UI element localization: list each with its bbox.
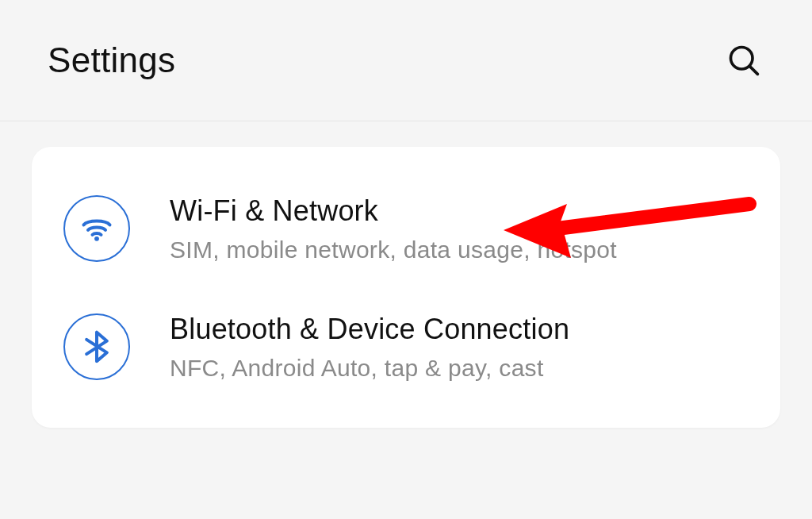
settings-item-text: Wi-Fi & Network SIM, mobile network, dat… <box>170 193 617 263</box>
search-icon <box>726 43 761 78</box>
svg-line-1 <box>749 66 757 74</box>
search-button[interactable] <box>723 40 764 81</box>
bluetooth-icon <box>79 329 114 364</box>
settings-item-subtitle: SIM, mobile network, data usage, hotspot <box>170 236 617 263</box>
settings-item-subtitle: NFC, Android Auto, tap & pay, cast <box>170 355 569 382</box>
settings-card: Wi-Fi & Network SIM, mobile network, dat… <box>32 147 780 428</box>
settings-item-title: Bluetooth & Device Connection <box>170 311 569 347</box>
page-title: Settings <box>48 40 175 80</box>
settings-item-text: Bluetooth & Device Connection NFC, Andro… <box>170 311 569 382</box>
settings-item-title: Wi-Fi & Network <box>170 193 617 229</box>
wifi-icon <box>79 211 114 246</box>
svg-point-2 <box>94 236 99 240</box>
settings-header: Settings <box>0 0 812 121</box>
bluetooth-icon-circle <box>63 313 130 380</box>
wifi-icon-circle <box>63 195 130 262</box>
settings-item-wifi-network[interactable]: Wi-Fi & Network SIM, mobile network, dat… <box>63 169 749 287</box>
settings-item-bluetooth-device[interactable]: Bluetooth & Device Connection NFC, Andro… <box>63 287 749 406</box>
